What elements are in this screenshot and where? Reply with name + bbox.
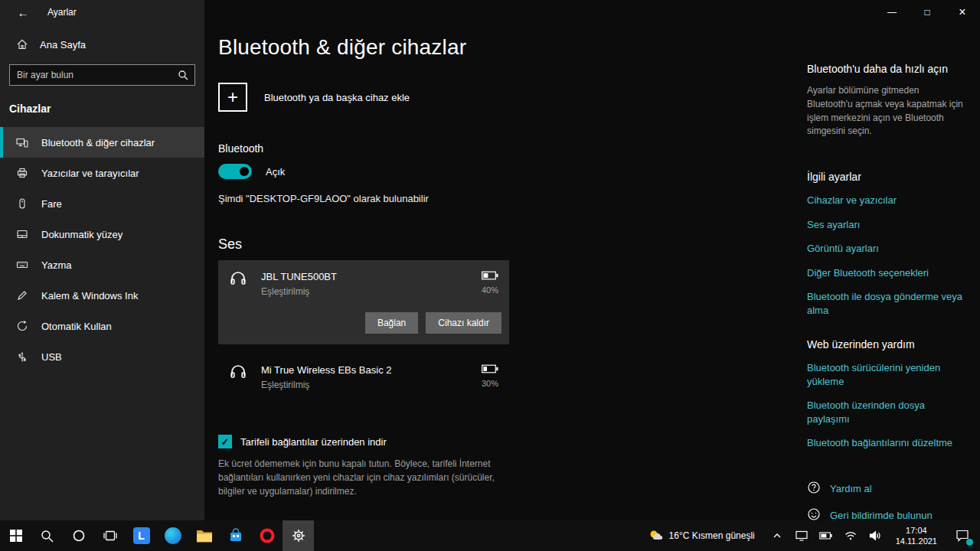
connect-button[interactable]: Bağlan xyxy=(365,312,418,334)
link-share-files[interactable]: Bluetooth üzerinden dosya paylaşımı xyxy=(807,399,963,425)
device-battery: 40% xyxy=(482,269,498,295)
monitor-tray-icon[interactable] xyxy=(792,520,812,551)
taskbar-app-ldplayer[interactable]: L xyxy=(126,520,157,551)
maximize-icon: □ xyxy=(924,7,929,18)
related-links: Cihazlar ve yazıcılar Ses ayarları Görün… xyxy=(807,194,963,317)
pen-icon xyxy=(15,289,29,302)
bluetooth-toggle-row: Açık xyxy=(218,164,724,179)
store-icon xyxy=(228,528,243,543)
folder-icon xyxy=(196,529,213,543)
related-settings-title: İlgili ayarlar xyxy=(807,171,963,183)
start-button[interactable] xyxy=(0,520,31,551)
device-card-mi[interactable]: Mi True Wireless EBs Basic 2 Eşleştirilm… xyxy=(218,354,509,396)
search-icon[interactable] xyxy=(172,65,194,85)
taskbar-app-opera[interactable] xyxy=(251,520,283,551)
audio-section-title: Ses xyxy=(218,236,724,253)
bluetooth-label: Bluetooth xyxy=(218,142,724,155)
sidebar-item-label: Yazıcılar ve tarayıcılar xyxy=(41,168,139,179)
web-help-title: Web üzerinden yardım xyxy=(807,338,963,350)
edge-icon xyxy=(165,527,181,544)
bluetooth-toggle[interactable] xyxy=(218,164,252,179)
keyboard-icon xyxy=(15,259,29,271)
page-title: Bluetooth & diğer cihazlar xyxy=(218,35,724,60)
sidebar-item-touchpad[interactable]: Dokunmatik yüzey xyxy=(0,219,204,249)
search-input[interactable] xyxy=(10,65,172,85)
home-icon xyxy=(15,38,29,51)
cortana-button[interactable] xyxy=(63,520,94,551)
sidebar-item-mouse[interactable]: Fare xyxy=(0,188,204,219)
toggle-knob xyxy=(240,167,249,176)
link-display-settings[interactable]: Görüntü ayarları xyxy=(807,242,963,256)
sidebar-item-bluetooth-devices[interactable]: Bluetooth & diğer cihazlar xyxy=(0,127,204,158)
device-card-jbl[interactable]: JBL TUNE500BT Eşleştirilmiş 40% Bağlan C… xyxy=(218,260,509,344)
main-column: Bluetooth & diğer cihazlar + Bluetooth y… xyxy=(218,24,724,520)
volume-tray-icon[interactable] xyxy=(865,520,885,551)
link-reinstall-drivers[interactable]: Bluetooth sürücülerini yeniden yükleme xyxy=(807,361,963,388)
settings-main: — □ × Bluetooth & diğer cihazlar + Bluet… xyxy=(204,0,980,520)
maximize-button[interactable]: □ xyxy=(910,0,945,24)
sidebar-item-autoplay[interactable]: Otomatik Kullan xyxy=(0,311,204,341)
devices-icon xyxy=(15,136,29,148)
sidebar-item-home[interactable]: Ana Sayfa xyxy=(0,24,204,57)
task-view-button[interactable] xyxy=(94,520,126,551)
device-battery: 30% xyxy=(482,363,498,388)
sidebar-item-label: Dokunmatik yüzey xyxy=(41,229,122,240)
quick-enable-text: Ayarlar bölümüne gitmeden Bluetooth'u aç… xyxy=(807,84,963,139)
quick-enable-title: Bluetooth'u daha da hızlı açın xyxy=(807,63,963,75)
add-device-button[interactable]: + Bluetooth ya da başka cihaz ekle xyxy=(218,80,509,115)
device-info: JBL TUNE500BT Eşleştirilmiş xyxy=(261,269,468,297)
link-more-bluetooth-options[interactable]: Diğer Bluetooth seçenekleri xyxy=(807,266,963,280)
action-center-button[interactable] xyxy=(948,520,977,551)
page-content: Bluetooth & diğer cihazlar + Bluetooth y… xyxy=(204,24,980,520)
device-actions: Bağlan Cihazı kaldır xyxy=(218,303,509,337)
sidebar-item-pen[interactable]: Kalem & Windows Ink xyxy=(0,280,204,311)
taskbar-search-button[interactable] xyxy=(31,520,63,551)
sidebar-item-label: Fare xyxy=(41,198,62,210)
battery-icon xyxy=(482,364,498,373)
close-button[interactable]: × xyxy=(945,0,980,24)
link-send-receive-files[interactable]: Bluetooth ile dosya gönderme veya alma xyxy=(807,290,963,317)
sidebar-item-label: Otomatik Kullan xyxy=(41,321,112,332)
desktop-screen: ← Ayarlar Ana Sayfa Cihazlar xyxy=(0,0,980,551)
taskbar-clock[interactable]: 17:04 14.11.2021 xyxy=(890,525,943,546)
headphones-icon xyxy=(229,269,247,290)
weather-widget[interactable]: 16°C Kısmen güneşli xyxy=(640,528,763,543)
sidebar-item-usb[interactable]: USB xyxy=(0,341,204,372)
back-icon: ← xyxy=(18,6,29,19)
remove-device-button[interactable]: Cihazı kaldır xyxy=(426,312,501,334)
weather-text: 16°C Kısmen güneşli xyxy=(669,530,755,541)
metered-description: Ek ücret ödememek için bunu kapalı tutun… xyxy=(218,458,503,498)
sidebar-section-title: Cihazlar xyxy=(0,96,204,127)
notification-badge xyxy=(966,539,973,546)
discoverable-text: Şimdi "DESKTOP-GF9LAOO" olarak bulunabil… xyxy=(218,193,724,204)
link-sound-settings[interactable]: Ses ayarları xyxy=(807,218,963,232)
metered-checkbox[interactable]: ✓ xyxy=(218,435,232,448)
get-help-link[interactable]: Yardım al xyxy=(807,481,963,497)
sidebar-item-typing[interactable]: Yazma xyxy=(0,249,204,280)
network-tray-icon[interactable] xyxy=(841,520,861,551)
cortana-icon xyxy=(72,529,86,543)
sidebar-home-label: Ana Sayfa xyxy=(40,39,86,51)
battery-tray-icon[interactable] xyxy=(816,520,836,551)
metered-checkbox-row[interactable]: ✓ Tarifeli bağlantılar üzerinden indir xyxy=(218,435,724,448)
link-devices-printers[interactable]: Cihazlar ve yazıcılar xyxy=(807,194,963,207)
side-panel: Bluetooth'u daha da hızlı açın Ayarlar b… xyxy=(807,24,963,520)
autoplay-icon xyxy=(15,320,29,332)
show-hidden-icons-button[interactable] xyxy=(767,520,787,551)
device-status: Eşleştirilmiş xyxy=(261,286,468,297)
device-row: JBL TUNE500BT Eşleştirilmiş 40% xyxy=(218,260,509,303)
taskbar-app-store[interactable] xyxy=(220,520,251,551)
taskbar-app-settings[interactable] xyxy=(283,520,314,551)
sidebar-nav: Bluetooth & diğer cihazlar Yazıcılar ve … xyxy=(0,127,204,372)
minimize-button[interactable]: — xyxy=(874,0,910,24)
taskbar-app-explorer[interactable] xyxy=(188,520,220,551)
battery-percent: 30% xyxy=(482,379,498,388)
taskbar-app-edge[interactable] xyxy=(157,520,188,551)
headphones-icon xyxy=(229,363,247,383)
mouse-icon xyxy=(15,197,29,210)
touchpad-icon xyxy=(15,228,29,240)
sidebar-item-printers[interactable]: Yazıcılar ve tarayıcılar xyxy=(0,158,204,188)
taskbar: L 16°C Kısmen güneşli xyxy=(0,520,980,551)
link-fix-connections[interactable]: Bluetooth bağlantılarını düzeltme xyxy=(807,436,963,450)
back-button[interactable]: ← xyxy=(11,2,35,23)
